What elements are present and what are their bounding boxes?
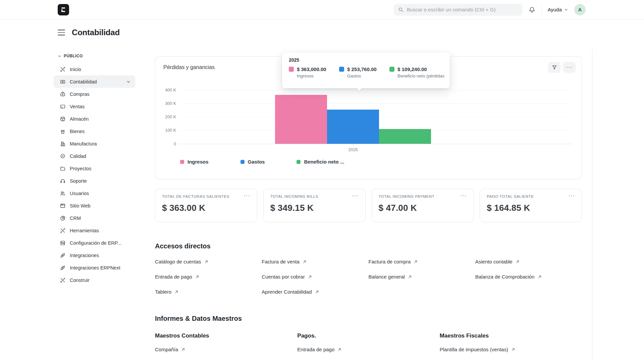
sidebar-section-public[interactable]: PÚBLICO xyxy=(58,51,143,61)
sidebar-toggle-icon[interactable] xyxy=(58,29,65,36)
shortcut-label: Balanza de Comprobación xyxy=(475,274,535,280)
shortcut-label: Aprender Contabilidad xyxy=(262,289,312,295)
tooltip-entry-beneficio-neto-pérdidas: $ 109,240.00 Beneficio neto (pérdidas xyxy=(389,66,443,78)
shortcut-link-aprender-contabilidad[interactable]: Aprender Contabilidad xyxy=(262,289,319,295)
sidebar-item-herramientas[interactable]: Herramientas xyxy=(54,224,135,237)
sidebar-item-sitio-web[interactable]: Sitio Web xyxy=(54,199,135,212)
chevron-down-icon xyxy=(126,80,130,84)
report-item-cell: Compañía xyxy=(155,347,297,353)
projects-folder-icon xyxy=(60,166,66,172)
sidebar-item-usuarios[interactable]: Usuarios xyxy=(54,187,135,199)
help-menu[interactable]: Ayuda xyxy=(548,7,568,12)
sidebar-item-soporte[interactable]: Soporte xyxy=(54,175,135,187)
tooltip-value: $ 109,240.00 xyxy=(397,66,444,72)
shortcut-link-cuentas-por-cobrar[interactable]: Cuentas por cobrar xyxy=(262,274,312,280)
shortcut-link-asiento-contable[interactable]: Asiento contable xyxy=(475,259,520,264)
arrow-up-right-icon xyxy=(174,290,178,294)
sidebar-section-label: PÚBLICO xyxy=(64,54,83,58)
legend-swatch-icon xyxy=(297,160,301,164)
sidebar-item-construir[interactable]: Construir xyxy=(54,274,135,286)
chart-legend: Ingresos Gastos Beneficio neto ... xyxy=(180,159,344,165)
shortcut-link-tablero[interactable]: Tablero xyxy=(155,289,178,295)
sidebar-item-label: Inicio xyxy=(70,67,81,72)
notifications-bell-icon[interactable] xyxy=(529,6,535,13)
arrow-up-right-icon xyxy=(315,290,319,294)
sidebar-item-label: Bienes xyxy=(70,129,85,134)
number-card-label: TOTAL DE FACTURAS SALIENTES xyxy=(162,194,229,198)
shortcut-link-factura-de-compra[interactable]: Factura de compra xyxy=(369,259,418,264)
bar-beneficio-neto-pérdidas[interactable] xyxy=(379,129,431,144)
number-card-total-incoming-payment: TOTAL INCOMING PAYMENT ··· $ 47.00 K xyxy=(372,189,474,222)
number-card-label: TOTAL INCOMING PAYMENT xyxy=(379,194,435,198)
buying-briefcase-icon xyxy=(60,91,66,97)
sidebar-item-calidad[interactable]: Calidad xyxy=(54,150,135,162)
navbar-divider xyxy=(541,5,542,14)
shortcut-link-balanza-de-comprobación[interactable]: Balanza de Comprobación xyxy=(475,274,542,280)
shortcuts-title: Accesos directos xyxy=(155,242,582,250)
sidebar-item-almacén[interactable]: Almacén xyxy=(54,113,135,125)
shortcut-label: Entrada de pago xyxy=(155,274,192,280)
report-link-compañía[interactable]: Compañía xyxy=(155,347,185,352)
sidebar-item-proyectos[interactable]: Proyectos xyxy=(54,162,135,175)
legend-swatch-icon xyxy=(180,160,184,164)
shortcut-link-catálogo-de-cuentas[interactable]: Catálogo de cuentas xyxy=(155,259,208,264)
bar-gastos[interactable] xyxy=(327,110,379,144)
tooltip-value: $ 253,760.00 xyxy=(347,66,377,72)
number-card-value: $ 47.00 K xyxy=(379,203,467,213)
number-card-label: TOTAL INCOMING BILLS xyxy=(270,194,318,198)
sidebar-item-manufactura[interactable]: Manufactura xyxy=(54,137,135,150)
legend-item-beneficio-neto-pérdidas: Beneficio neto ... xyxy=(297,159,344,165)
search-input[interactable]: Buscar o escribir un comando (Ctrl + G) xyxy=(394,4,523,16)
sidebar-item-label: Construir xyxy=(70,278,90,283)
report-label: Entrada de pago xyxy=(297,347,334,352)
sidebar-item-configuración-de-erp[interactable]: Configuración de ERP... xyxy=(54,237,135,249)
sidebar-item-ventas[interactable]: Ventas xyxy=(54,100,135,113)
card-menu-icon[interactable]: ··· xyxy=(352,194,359,197)
user-avatar[interactable]: A xyxy=(574,4,586,15)
card-menu-icon[interactable]: ··· xyxy=(569,194,575,197)
sidebar-item-bienes[interactable]: Bienes xyxy=(54,125,135,137)
report-link-entrada-de-pago[interactable]: Entrada de pago xyxy=(297,347,341,352)
shortcut-link-factura-de-venta[interactable]: Factura de venta xyxy=(262,259,307,264)
shortcut-label: Cuentas por cobrar xyxy=(262,274,305,280)
y-axis-tick-label: 0 xyxy=(174,142,176,146)
shortcut-label: Catálogo de cuentas xyxy=(155,259,201,264)
sidebar-item-compras[interactable]: Compras xyxy=(54,88,135,100)
gridline: 0 xyxy=(180,144,572,144)
sidebar-item-label: Integraciones ERPNext xyxy=(70,265,120,270)
sidebar-item-contabilidad[interactable]: Contabilidad xyxy=(54,75,135,88)
number-card-total-incoming-bills: TOTAL INCOMING BILLS ··· $ 349.15 K xyxy=(263,189,366,222)
sidebar-item-label: Compras xyxy=(70,92,90,97)
sidebar-item-integraciones-erpnext[interactable]: Integraciones ERPNext xyxy=(54,261,135,274)
build-tools-icon xyxy=(60,277,66,283)
shortcut-cell: Aprender Contabilidad xyxy=(262,284,368,299)
shortcut-cell: Cuentas por cobrar xyxy=(262,269,368,284)
sidebar-item-label: CRM xyxy=(70,216,81,221)
shortcut-link-entrada-de-pago[interactable]: Entrada de pago xyxy=(155,274,199,280)
number-card-value: $ 349.15 K xyxy=(270,203,359,213)
main-content: Pérdidas y ganancias ··· 400 K 300 K xyxy=(155,46,582,353)
arrow-up-right-icon xyxy=(511,348,515,352)
sidebar-item-crm[interactable]: CRM xyxy=(54,212,135,224)
sidebar-item-label: Soporte xyxy=(70,178,87,184)
tooltip-title: 2025 xyxy=(289,57,443,63)
navbar-right-group: Buscar o escribir un comando (Ctrl + G) … xyxy=(394,4,586,16)
sidebar-item-integraciones[interactable]: Integraciones xyxy=(54,249,135,261)
sidebar-item-label: Integraciones xyxy=(70,253,99,258)
x-axis-tick xyxy=(353,144,354,145)
erpnext-logo[interactable] xyxy=(58,4,69,15)
shortcut-label: Asiento contable xyxy=(475,259,513,264)
card-menu-icon[interactable]: ··· xyxy=(460,194,467,197)
shortcut-link-balance-general[interactable]: Balance general xyxy=(369,274,412,280)
support-headset-icon xyxy=(60,178,66,184)
arrow-up-right-icon xyxy=(414,260,418,264)
report-link-plantilla-de-impuestos-ventas[interactable]: Plantilla de impuestos (ventas) xyxy=(440,347,515,352)
sidebar-item-inicio[interactable]: Inicio xyxy=(54,63,135,75)
card-menu-icon[interactable]: ··· xyxy=(244,194,250,197)
y-axis-tick-label: 200 K xyxy=(165,115,176,119)
tooltip-swatch-icon xyxy=(389,67,394,72)
page-header: Contabilidad xyxy=(58,26,644,39)
bar-ingresos[interactable] xyxy=(275,95,327,144)
sidebar-item-label: Configuración de ERP... xyxy=(70,240,121,246)
arrow-up-right-icon xyxy=(181,348,185,352)
